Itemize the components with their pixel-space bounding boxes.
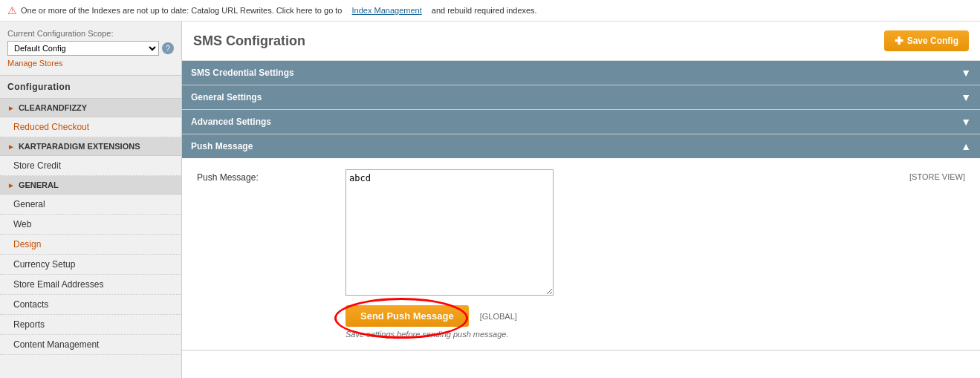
save-config-icon: ✚ xyxy=(895,35,903,47)
save-note: Save settings before sending push messag… xyxy=(345,330,965,339)
send-push-message-button[interactable]: Send Push Message xyxy=(345,305,469,327)
general-arrow: ► xyxy=(7,181,15,189)
chevron-sms-credential: ▼ xyxy=(961,67,971,79)
global-badge: [GLOBAL] xyxy=(480,312,517,321)
sidebar-item-content-management[interactable]: Content Management xyxy=(0,335,181,355)
scope-help-icon[interactable]: ? xyxy=(162,42,174,54)
push-message-form-row: Push Message: [STORE VIEW] xyxy=(197,169,965,298)
push-message-content: Push Message: [STORE VIEW] Send Push Mes… xyxy=(182,158,980,350)
sidebar-section-general[interactable]: ► GENERAL xyxy=(0,176,181,195)
accordion-general-settings: General Settings ▼ xyxy=(182,85,980,110)
accordion-label-advanced-settings: Advanced Settings xyxy=(191,117,271,127)
send-btn-container: Send Push Message xyxy=(345,305,469,327)
accordion-header-general-settings[interactable]: General Settings ▼ xyxy=(182,85,980,109)
scope-section: Current Configuration Scope: Default Con… xyxy=(0,22,181,76)
accordion-header-advanced-settings[interactable]: Advanced Settings ▼ xyxy=(182,110,980,134)
sidebar-section-clearandfizzy[interactable]: ► CLEARANDFIZZY xyxy=(0,99,181,117)
chevron-advanced-settings: ▼ xyxy=(961,116,971,128)
accordion-sms-credential: SMS Credential Settings ▼ xyxy=(182,61,980,85)
clearandfizzy-arrow: ► xyxy=(7,104,15,112)
content-area: SMS Configration ✚ Save Config SMS Crede… xyxy=(182,22,980,378)
warning-text: One or more of the Indexes are not up to… xyxy=(21,6,343,15)
accordion-label-sms-credential: SMS Credential Settings xyxy=(191,68,294,78)
sidebar-item-design[interactable]: Design xyxy=(0,235,181,255)
sidebar-item-web[interactable]: Web xyxy=(0,215,181,235)
warning-bar: ⚠ One or more of the Indexes are not up … xyxy=(0,0,980,22)
accordion-header-sms-credential[interactable]: SMS Credential Settings ▼ xyxy=(182,61,980,85)
chevron-push-message: ▲ xyxy=(961,140,971,152)
sidebar-item-reduced-checkout[interactable]: Reduced Checkout xyxy=(0,117,181,137)
push-message-field xyxy=(345,169,898,298)
scope-select[interactable]: Default Config xyxy=(7,41,159,56)
accordion-label-push-message: Push Message xyxy=(191,141,253,151)
kartparadigm-arrow: ► xyxy=(7,143,15,151)
save-config-button[interactable]: ✚ Save Config xyxy=(884,30,969,51)
scope-label: Current Configuration Scope: xyxy=(7,29,174,38)
sidebar-heading: Configuration xyxy=(0,76,181,99)
sidebar-item-reports[interactable]: Reports xyxy=(0,315,181,335)
manage-stores-link[interactable]: Manage Stores xyxy=(7,59,174,68)
page-title: SMS Configration xyxy=(193,33,305,49)
sidebar-item-general[interactable]: General xyxy=(0,195,181,215)
push-message-label: Push Message: xyxy=(197,169,345,183)
sidebar-item-store-credit[interactable]: Store Credit xyxy=(0,156,181,176)
sidebar-item-contacts[interactable]: Contacts xyxy=(0,295,181,315)
chevron-general-settings: ▼ xyxy=(961,91,971,103)
store-view-badge: [STORE VIEW] xyxy=(909,169,965,181)
sidebar-section-kartparadigm[interactable]: ► KARTPARADIGM EXTENSIONS xyxy=(0,137,181,156)
send-row: Send Push Message [GLOBAL] xyxy=(197,305,965,327)
warning-icon: ⚠ xyxy=(7,4,17,16)
general-label: GENERAL xyxy=(19,180,59,189)
save-note-wrap: Save settings before sending push messag… xyxy=(345,330,965,339)
accordion-header-push-message[interactable]: Push Message ▲ xyxy=(182,134,980,158)
scope-select-wrap: Default Config ? xyxy=(7,41,174,56)
kartparadigm-label: KARTPARADIGM EXTENSIONS xyxy=(19,142,140,151)
accordion-label-general-settings: General Settings xyxy=(191,92,262,102)
sidebar-item-store-email[interactable]: Store Email Addresses xyxy=(0,275,181,295)
save-config-label: Save Config xyxy=(907,36,958,46)
warning-text-after: and rebuild required indexes. xyxy=(432,6,537,15)
sidebar-item-currency-setup[interactable]: Currency Setup xyxy=(0,255,181,275)
content-header: SMS Configration ✚ Save Config xyxy=(182,22,980,61)
clearandfizzy-label: CLEARANDFIZZY xyxy=(19,103,87,112)
main-layout: Current Configuration Scope: Default Con… xyxy=(0,22,980,378)
sidebar: Current Configuration Scope: Default Con… xyxy=(0,22,182,378)
accordion-advanced-settings: Advanced Settings ▼ xyxy=(182,110,980,134)
push-message-textarea[interactable] xyxy=(345,169,554,296)
accordion-push-message: Push Message ▲ Push Message: [STORE VIEW… xyxy=(182,134,980,351)
index-management-link[interactable]: Index Management xyxy=(352,6,422,15)
